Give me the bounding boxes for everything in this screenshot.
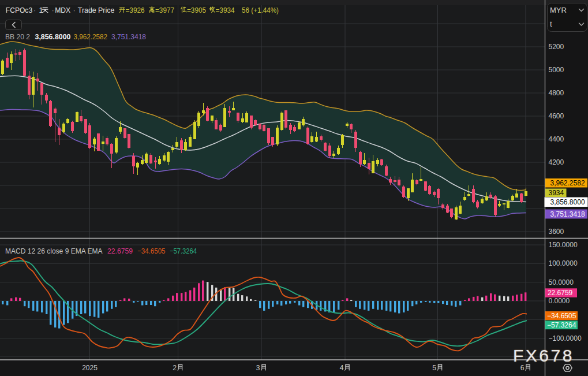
- svg-text:−57.3264: −57.3264: [170, 247, 197, 255]
- svg-text:22.6759: 22.6759: [548, 289, 573, 297]
- svg-text:·: ·: [33, 6, 36, 14]
- svg-text:3: 3: [256, 364, 260, 372]
- svg-text:4400: 4400: [549, 135, 564, 143]
- svg-text:3,856.8000: 3,856.8000: [550, 198, 585, 206]
- svg-text:50.0000: 50.0000: [549, 278, 574, 286]
- svg-text:=3905: =3905: [187, 6, 206, 14]
- svg-text:2: 2: [173, 364, 177, 372]
- svg-text:56 (+1.44%): 56 (+1.44%): [242, 6, 279, 14]
- svg-text:2025: 2025: [82, 364, 98, 372]
- svg-text:150.0000: 150.0000: [549, 241, 578, 249]
- svg-text:5000: 5000: [549, 66, 564, 74]
- svg-text:−57.3264: −57.3264: [547, 321, 576, 329]
- svg-text:4800: 4800: [549, 89, 564, 97]
- svg-text:Trade Price: Trade Price: [78, 6, 115, 14]
- svg-text:−34.6505: −34.6505: [547, 312, 576, 320]
- svg-text:3,856.8000: 3,856.8000: [35, 32, 71, 41]
- svg-text:BB 20 2: BB 20 2: [5, 32, 30, 41]
- svg-text:=3926: =3926: [126, 6, 145, 14]
- svg-text:FX678: FX678: [513, 346, 574, 365]
- svg-text:MACD 12 26 close 9 EMA EMA: MACD 12 26 close 9 EMA EMA: [5, 247, 103, 255]
- svg-text:3934: 3934: [549, 189, 564, 197]
- svg-text:4600: 4600: [549, 112, 564, 120]
- svg-text:3600: 3600: [549, 228, 564, 236]
- svg-text:=3934: =3934: [216, 6, 235, 14]
- svg-text:−100.0000: −100.0000: [549, 334, 582, 343]
- svg-text:3,962.2582: 3,962.2582: [550, 179, 585, 187]
- svg-text:t: t: [550, 20, 552, 28]
- svg-text:22.6759: 22.6759: [107, 247, 133, 255]
- svg-text:4200: 4200: [549, 158, 564, 166]
- svg-text:3,751.3418: 3,751.3418: [111, 32, 146, 41]
- svg-text:3,751.3418: 3,751.3418: [550, 210, 585, 218]
- svg-text:·: ·: [52, 6, 54, 14]
- svg-text:100.0000: 100.0000: [549, 259, 578, 267]
- svg-text:MDX: MDX: [55, 6, 70, 14]
- svg-text:3,962.2582: 3,962.2582: [74, 32, 108, 41]
- svg-text:−34.6505: −34.6505: [137, 247, 166, 255]
- svg-text:5: 5: [432, 364, 436, 372]
- svg-text:0.0000: 0.0000: [549, 297, 570, 305]
- svg-text:4: 4: [340, 364, 344, 372]
- svg-text:MYR: MYR: [550, 6, 567, 14]
- svg-text:5200: 5200: [549, 43, 564, 51]
- svg-text:·: ·: [73, 6, 76, 14]
- svg-text:FCPOc3: FCPOc3: [6, 6, 32, 14]
- svg-text:=3977: =3977: [155, 6, 174, 14]
